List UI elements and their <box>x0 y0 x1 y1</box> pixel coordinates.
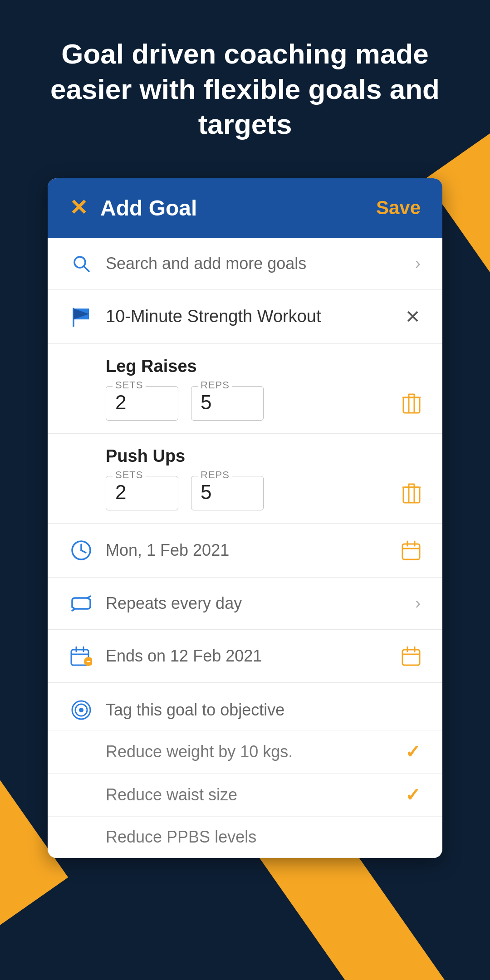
search-placeholder: Search and add more goals <box>106 254 402 273</box>
objective-item-2[interactable]: Reduce waist size ✓ <box>48 773 442 816</box>
svg-point-39 <box>79 708 83 712</box>
goal-name: 10-Minute Strength Workout <box>106 307 392 326</box>
target-icon <box>69 699 93 721</box>
repeat-value: Repeats every day <box>106 594 402 613</box>
sets-label-leg-raises: SETS <box>113 379 146 391</box>
objective-item-3[interactable]: Reduce PPBS levels <box>48 816 442 858</box>
reps-value-push-ups: 5 <box>201 481 211 503</box>
objective-check-1: ✓ <box>405 741 421 762</box>
page-wrapper: Goal driven coaching made easier with fl… <box>0 0 490 858</box>
exercise-inputs-leg-raises: SETS 2 REPS 5 <box>106 386 421 421</box>
sets-value-push-ups: 2 <box>115 481 126 503</box>
end-date-value: Ends on 12 Feb 2021 <box>106 647 389 666</box>
close-icon[interactable]: ✕ <box>69 197 88 219</box>
reps-input-push-ups[interactable]: REPS 5 <box>191 476 264 510</box>
svg-line-1 <box>84 266 89 271</box>
exercise-inputs-push-ups: SETS 2 REPS 5 <box>106 476 421 510</box>
flag-icon <box>69 307 93 327</box>
reps-value-leg-raises: 5 <box>201 391 211 413</box>
sets-input-leg-raises[interactable]: SETS 2 <box>106 386 178 421</box>
date-row[interactable]: Mon, 1 Feb 2021 <box>48 524 442 578</box>
svg-rect-13 <box>403 487 420 503</box>
objective-text-2: Reduce waist size <box>106 785 237 804</box>
date-calendar-icon[interactable] <box>402 540 421 560</box>
sets-input-push-ups[interactable]: SETS 2 <box>106 476 178 510</box>
repeat-chevron-icon: › <box>415 594 421 613</box>
tag-header: Tag this goal to objective <box>48 683 442 730</box>
clock-icon <box>69 540 93 561</box>
delete-push-ups-icon[interactable] <box>402 483 421 504</box>
save-button[interactable]: Save <box>376 197 421 219</box>
card-header: ✕ Add Goal Save <box>48 178 442 238</box>
tag-section: Tag this goal to objective Reduce weight… <box>48 683 442 858</box>
end-date-icon <box>69 646 93 666</box>
repeat-icon <box>69 594 93 612</box>
exercise-name-push-ups: Push Ups <box>106 446 421 466</box>
exercise-push-ups: Push Ups SETS 2 REPS 5 <box>48 446 442 524</box>
reps-label-leg-raises: REPS <box>198 379 232 391</box>
reps-input-leg-raises[interactable]: REPS 5 <box>191 386 264 421</box>
add-goal-card: ✕ Add Goal Save Search and add more goal… <box>48 178 442 858</box>
add-goal-title: Add Goal <box>100 196 197 220</box>
search-icon <box>69 255 93 273</box>
search-row[interactable]: Search and add more goals › <box>48 238 442 290</box>
reps-label-push-ups: REPS <box>198 469 232 481</box>
card-body: Search and add more goals › 10-Minute St… <box>48 238 442 858</box>
repeat-row[interactable]: Repeats every day › <box>48 578 442 630</box>
objective-item-1[interactable]: Reduce weight by 10 kgs. ✓ <box>48 730 442 773</box>
end-date-row[interactable]: Ends on 12 Feb 2021 <box>48 630 442 683</box>
objective-text-1: Reduce weight by 10 kgs. <box>106 742 293 761</box>
svg-rect-6 <box>403 397 420 413</box>
svg-rect-33 <box>402 650 420 665</box>
objective-text-3: Reduce PPBS levels <box>106 828 256 847</box>
sets-label-push-ups: SETS <box>113 469 146 481</box>
date-value: Mon, 1 Feb 2021 <box>106 541 389 560</box>
search-chevron-icon: › <box>415 254 421 273</box>
exercise-leg-raises: Leg Raises SETS 2 REPS 5 <box>48 357 442 434</box>
header-left: ✕ Add Goal <box>69 196 197 220</box>
tag-label: Tag this goal to objective <box>106 701 284 720</box>
svg-rect-23 <box>402 544 420 559</box>
end-date-calendar-icon[interactable] <box>402 646 421 666</box>
page-title: Goal driven coaching made easier with fl… <box>0 36 490 142</box>
exercise-name-leg-raises: Leg Raises <box>106 357 421 376</box>
svg-line-22 <box>81 550 86 553</box>
sets-value-leg-raises: 2 <box>115 391 126 413</box>
objective-check-2: ✓ <box>405 784 421 805</box>
goal-row: 10-Minute Strength Workout ✕ <box>48 290 442 344</box>
delete-leg-raises-icon[interactable] <box>402 393 421 414</box>
goal-close-icon[interactable]: ✕ <box>405 306 421 327</box>
